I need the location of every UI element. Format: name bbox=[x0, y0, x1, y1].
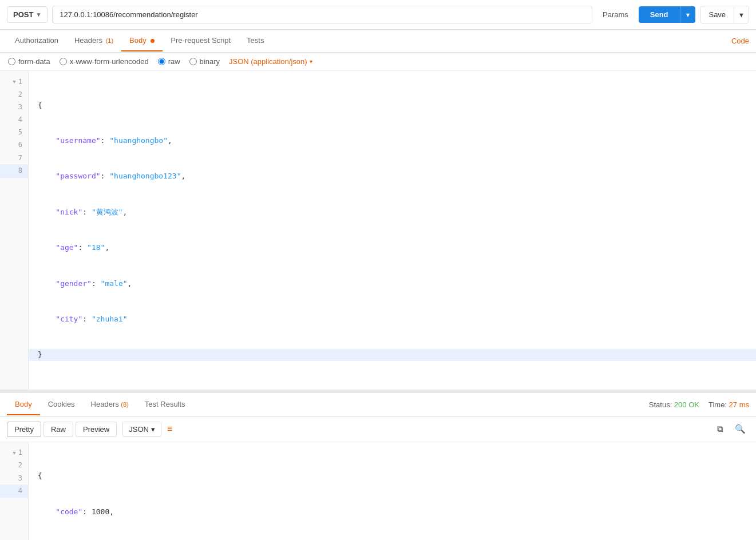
request-code-area[interactable]: ▼ 1 2 3 4 5 6 7 8 { "username": "huangho… bbox=[0, 71, 756, 390]
raw-option[interactable]: raw bbox=[158, 57, 180, 66]
tab-prerequest[interactable]: Pre-request Script bbox=[163, 30, 239, 51]
code-link[interactable]: Code bbox=[731, 37, 749, 45]
view-options-row: Pretty Raw Preview JSON ▾ ≡ ⧉ 🔍 bbox=[0, 417, 756, 442]
json-format-label: JSON (application/json) bbox=[229, 57, 307, 66]
time-label: Time: 27 ms bbox=[708, 400, 749, 409]
resp-tab-headers[interactable]: Headers (8) bbox=[83, 394, 137, 415]
resp-json-format[interactable]: JSON ▾ bbox=[122, 422, 161, 437]
resp-tab-test-results[interactable]: Test Results bbox=[137, 394, 193, 415]
search-icon[interactable]: 🔍 bbox=[731, 422, 749, 436]
wrap-icon[interactable]: ≡ bbox=[164, 422, 176, 436]
time-value: 27 ms bbox=[729, 400, 749, 409]
request-code-content[interactable]: { "username": "huanghongbo", "password":… bbox=[29, 71, 756, 390]
json-chevron-icon: ▾ bbox=[310, 58, 312, 65]
resp-tab-cookies[interactable]: Cookies bbox=[40, 394, 83, 415]
method-chevron: ▼ bbox=[35, 11, 41, 18]
pretty-button[interactable]: Pretty bbox=[7, 422, 41, 437]
request-line-numbers: ▼ 1 2 3 4 5 6 7 8 bbox=[0, 71, 29, 390]
params-button[interactable]: Params bbox=[597, 7, 634, 22]
tab-headers[interactable]: Headers (1) bbox=[66, 30, 121, 51]
resp-json-label: JSON bbox=[129, 425, 149, 434]
send-button-group: Send ▼ bbox=[639, 6, 696, 23]
response-line-numbers: ▼ 1 2 3 4 bbox=[0, 442, 29, 540]
tab-authorization[interactable]: Authorization bbox=[7, 30, 66, 51]
resp-tab-body[interactable]: Body bbox=[7, 394, 40, 415]
form-data-option[interactable]: form-data bbox=[8, 57, 50, 66]
raw-button[interactable]: Raw bbox=[43, 422, 73, 437]
status-label: Status: 200 OK bbox=[649, 400, 699, 409]
urlencoded-option[interactable]: x-www-form-urlencoded bbox=[60, 57, 149, 66]
request-body-editor: ▼ 1 2 3 4 5 6 7 8 { "username": "huangho… bbox=[0, 71, 756, 393]
tab-tests[interactable]: Tests bbox=[239, 30, 272, 51]
status-bar: Status: 200 OK Time: 27 ms bbox=[649, 400, 749, 409]
save-button[interactable]: Save bbox=[700, 6, 734, 23]
binary-option[interactable]: binary bbox=[189, 57, 220, 66]
tab-body[interactable]: Body bbox=[121, 30, 163, 51]
save-button-group: Save ▼ bbox=[700, 6, 749, 23]
request-tabs: Authorization Headers (1) Body Pre-reque… bbox=[0, 30, 756, 53]
response-code-area[interactable]: ▼ 1 2 3 4 { "code": 1000, "msg": "用户已存在"… bbox=[0, 442, 756, 540]
body-type-row: form-data x-www-form-urlencoded raw bina… bbox=[0, 53, 756, 71]
resp-json-chevron: ▾ bbox=[151, 425, 155, 434]
send-dropdown-button[interactable]: ▼ bbox=[680, 6, 696, 23]
response-section: Body Cookies Headers (8) Test Results St… bbox=[0, 393, 756, 540]
response-tabs-bar: Body Cookies Headers (8) Test Results St… bbox=[0, 393, 756, 417]
url-input[interactable] bbox=[52, 6, 592, 23]
copy-icon[interactable]: ⧉ bbox=[714, 422, 727, 436]
json-format-select[interactable]: JSON (application/json) ▾ bbox=[229, 57, 312, 66]
status-value: 200 OK bbox=[674, 400, 699, 409]
preview-button[interactable]: Preview bbox=[76, 422, 117, 437]
send-button[interactable]: Send bbox=[639, 6, 680, 23]
method-label: POST bbox=[13, 10, 33, 19]
top-bar: POST ▼ Params Send ▼ Save ▼ bbox=[0, 0, 756, 30]
save-dropdown-button[interactable]: ▼ bbox=[734, 6, 749, 23]
method-select[interactable]: POST ▼ bbox=[7, 6, 48, 23]
response-code-content[interactable]: { "code": 1000, "msg": "用户已存在" } bbox=[29, 442, 756, 540]
